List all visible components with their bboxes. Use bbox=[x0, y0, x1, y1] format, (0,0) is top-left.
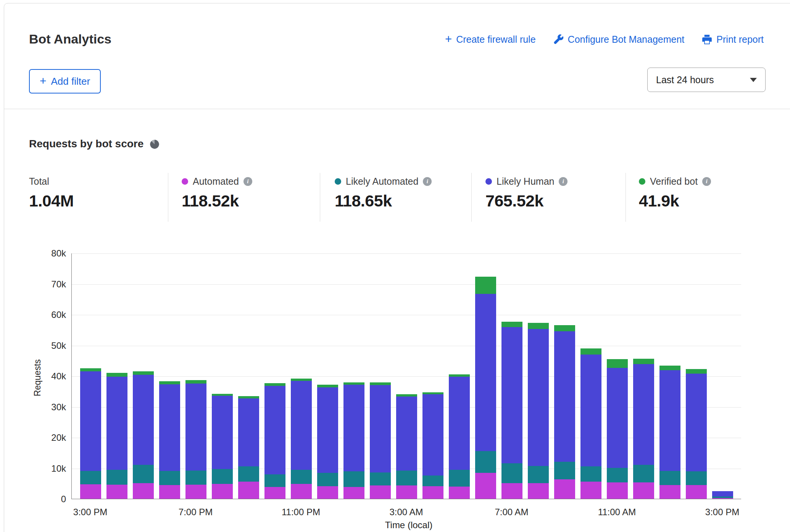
print-report-label: Print report bbox=[716, 34, 764, 45]
bar-segment bbox=[659, 485, 680, 499]
bar-11[interactable] bbox=[370, 253, 391, 499]
bar-segment bbox=[80, 368, 101, 371]
bar-segment bbox=[343, 471, 364, 487]
bar-segment bbox=[370, 472, 391, 486]
bar-segment bbox=[317, 385, 338, 387]
chevron-down-icon bbox=[750, 78, 757, 82]
bar-segment bbox=[185, 384, 206, 471]
bar-7[interactable] bbox=[264, 253, 285, 499]
stat-verified-bot-value: 41.9k bbox=[639, 192, 711, 210]
bar-segment bbox=[264, 383, 285, 385]
bar-18[interactable] bbox=[554, 253, 575, 499]
bar-segment bbox=[80, 371, 101, 471]
bar-19[interactable] bbox=[580, 253, 601, 499]
bar-segment bbox=[712, 491, 733, 497]
bar-segment bbox=[238, 482, 259, 499]
stat-total-value: 1.04M bbox=[29, 192, 74, 210]
bar-segment bbox=[159, 384, 180, 471]
plus-icon: + bbox=[40, 75, 47, 87]
bar-segment bbox=[185, 380, 206, 384]
bar-segment bbox=[554, 479, 575, 499]
bar-segment bbox=[212, 469, 233, 484]
bar-segment bbox=[159, 485, 180, 499]
stat-likely-human-label: Likely Human bbox=[497, 176, 554, 187]
bar-5[interactable] bbox=[212, 253, 233, 499]
bar-segment bbox=[370, 382, 391, 385]
add-filter-button[interactable]: + Add filter bbox=[29, 69, 101, 94]
bar-segment bbox=[212, 394, 233, 396]
bar-segment bbox=[686, 485, 707, 499]
y-tick-label: 50k bbox=[4, 340, 66, 351]
stat-divider bbox=[168, 173, 168, 222]
bar-segment bbox=[133, 375, 154, 465]
bar-segment bbox=[554, 462, 575, 479]
x-tick-label: 3:00 AM bbox=[389, 507, 423, 517]
bar-4[interactable] bbox=[185, 253, 206, 499]
bar-16[interactable] bbox=[501, 253, 522, 499]
info-icon[interactable]: i bbox=[423, 177, 432, 186]
info-icon[interactable]: i bbox=[559, 177, 568, 186]
time-range-select[interactable]: Last 24 hours bbox=[647, 68, 766, 92]
bar-segment bbox=[238, 398, 259, 466]
automated-legend-dot bbox=[182, 178, 188, 185]
bar-segment bbox=[580, 482, 601, 499]
bar-segment bbox=[607, 368, 628, 468]
bar-15[interactable] bbox=[475, 253, 496, 499]
bar-segment bbox=[291, 470, 312, 484]
bar-segment bbox=[633, 359, 654, 364]
bar-8[interactable] bbox=[291, 253, 312, 499]
bar-6[interactable] bbox=[238, 253, 259, 499]
bar-segment bbox=[238, 466, 259, 482]
bar-10[interactable] bbox=[343, 253, 364, 499]
bar-segment bbox=[659, 370, 680, 471]
bar-segment bbox=[264, 386, 285, 475]
bar-3[interactable] bbox=[159, 253, 180, 499]
x-tick-label: 7:00 PM bbox=[179, 507, 213, 517]
bar-21[interactable] bbox=[633, 253, 654, 499]
x-tick-label: 11:00 PM bbox=[282, 507, 320, 517]
y-tick-label: 80k bbox=[4, 248, 66, 259]
bar-segment bbox=[343, 487, 364, 499]
plus-icon: + bbox=[445, 33, 452, 45]
bar-14[interactable] bbox=[449, 253, 470, 499]
bar-13[interactable] bbox=[422, 253, 443, 499]
y-tick-label: 60k bbox=[4, 310, 66, 320]
bar-23[interactable] bbox=[686, 253, 707, 499]
bar-segment bbox=[686, 471, 707, 485]
y-tick-label: 10k bbox=[4, 463, 66, 474]
stat-total: Total 1.04M bbox=[29, 176, 74, 210]
bar-segment bbox=[712, 497, 733, 498]
bar-segment bbox=[422, 394, 443, 476]
bar-24[interactable] bbox=[712, 253, 733, 499]
bar-9[interactable] bbox=[317, 253, 338, 499]
bar-1[interactable] bbox=[106, 253, 127, 499]
bar-segment bbox=[475, 451, 496, 473]
bar-segment bbox=[712, 498, 733, 499]
stat-total-label: Total bbox=[29, 176, 49, 187]
info-icon[interactable]: i bbox=[702, 177, 711, 186]
bar-segment bbox=[501, 327, 522, 463]
create-firewall-rule-link[interactable]: + Create firewall rule bbox=[445, 34, 536, 45]
bar-segment bbox=[501, 483, 522, 499]
bar-segment bbox=[422, 486, 443, 499]
bar-segment bbox=[133, 371, 154, 375]
bar-segment bbox=[396, 397, 417, 471]
bar-17[interactable] bbox=[528, 253, 549, 499]
bar-2[interactable] bbox=[133, 253, 154, 499]
bar-segment bbox=[343, 382, 364, 385]
bar-22[interactable] bbox=[659, 253, 680, 499]
stat-automated-label: Automated bbox=[193, 176, 239, 187]
bar-segment bbox=[554, 325, 575, 331]
bar-0[interactable] bbox=[80, 253, 101, 499]
header-divider bbox=[4, 109, 790, 109]
print-report-link[interactable]: Print report bbox=[702, 34, 764, 45]
create-firewall-rule-label: Create firewall rule bbox=[456, 34, 535, 45]
bar-segment bbox=[291, 381, 312, 470]
stat-divider bbox=[320, 173, 320, 222]
bar-20[interactable] bbox=[607, 253, 628, 499]
bar-segment bbox=[580, 355, 601, 466]
bar-segment bbox=[291, 484, 312, 499]
info-icon[interactable]: i bbox=[243, 177, 252, 186]
configure-bot-management-link[interactable]: Configure Bot Management bbox=[553, 34, 685, 45]
bar-12[interactable] bbox=[396, 253, 417, 499]
